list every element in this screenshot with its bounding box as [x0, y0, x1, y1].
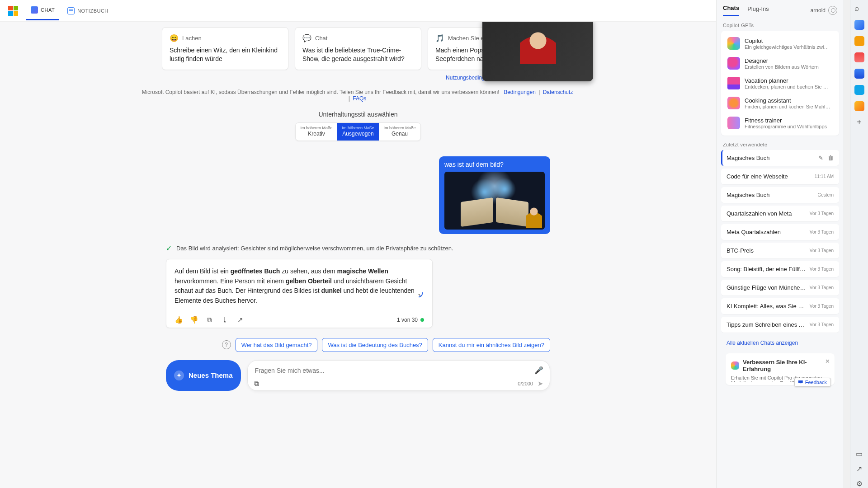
user-question: was ist auf dem bild? — [444, 161, 545, 168]
recent-list[interactable]: Magisches Buch ✎🗑 Code für eine Webseite… — [717, 150, 844, 488]
feedback-button[interactable]: Feedback — [794, 378, 831, 387]
chat-bubble-icon: 💬 — [302, 34, 311, 42]
gpt-item-fitness[interactable]: Fitness trainerFitnessprogramme und Wohl… — [723, 113, 837, 133]
right-panel: Chats Plug-Ins arnold Copilot-GPTs Copil… — [716, 0, 844, 488]
suggestion-label: Chat — [315, 35, 327, 42]
privacy-link[interactable]: Datenschutz — [543, 89, 573, 95]
recent-chat-item[interactable]: KI Komplett: Alles, was Sie über LLMs uV… — [721, 298, 839, 314]
download-icon[interactable]: ⭳ — [221, 316, 229, 324]
help-icon[interactable]: ? — [222, 340, 231, 349]
recent-chat-item[interactable]: Song: Bleistift, der eine Füllfeder sein… — [721, 261, 839, 277]
header: CHAT NOTIZBUCH — [0, 0, 716, 22]
copilot-icon — [727, 37, 740, 50]
sidebar-app-icon[interactable] — [854, 85, 864, 95]
scrollbar[interactable] — [844, 0, 850, 488]
style-balanced[interactable]: Im höheren MaßeAusgewogen — [337, 123, 379, 141]
suggestion-body: Schreibe einen Witz, den ein Kleinkind l… — [170, 46, 281, 63]
gpt-item-vacation[interactable]: Vacation plannerEntdecken, planen und bu… — [723, 73, 837, 93]
gpt-item-copilot[interactable]: CopilotEin gleichgewichtiges Verhältnis … — [723, 33, 837, 53]
thumbs-up-icon[interactable]: 👍 — [175, 316, 183, 324]
tab-chat[interactable]: CHAT — [26, 1, 59, 20]
trash-icon[interactable]: 🗑 — [828, 155, 834, 161]
style-creative[interactable]: Im höheren MaßeKreativ — [296, 123, 337, 141]
analysis-text: Das Bild wird analysiert: Gesichter sind… — [176, 245, 453, 252]
sidebar-app-icon[interactable] — [854, 52, 864, 62]
conditions-link[interactable]: Bedingungen — [504, 89, 536, 95]
followup-button[interactable]: Kannst du mir ein ähnliches Bild zeigen? — [433, 338, 550, 352]
tab-plugins[interactable]: Plug-Ins — [747, 5, 769, 16]
check-icon: ✓ — [166, 244, 172, 253]
chat-icon — [31, 6, 38, 14]
ai-response: Auf dem Bild ist ein geöffnetes Buch zu … — [166, 259, 433, 328]
new-topic-button[interactable]: ✦ Neues Thema — [166, 360, 241, 391]
gpts-heading: Copilot-GPTs — [717, 16, 844, 31]
char-counter: 0/2000 — [518, 381, 533, 386]
recent-chat-item[interactable]: Magisches BuchGestern — [721, 187, 839, 203]
microsoft-logo — [8, 6, 18, 16]
share-icon[interactable]: ↗ — [236, 316, 244, 324]
user-attached-image[interactable] — [444, 172, 545, 230]
style-title: Unterhaltungsstil auswählen — [318, 111, 397, 118]
suggestion-label: Lachen — [182, 35, 202, 42]
tab-notebook[interactable]: NOTIZBUCH — [63, 2, 113, 20]
sidebar-app-icon[interactable] — [854, 36, 864, 46]
add-icon[interactable]: + — [854, 117, 864, 127]
recent-chat-item[interactable]: Günstige Flüge von München nach FraVor 3… — [721, 280, 839, 296]
recent-chat-item[interactable]: Meta QuartalszahlenVor 3 Tagen — [721, 224, 839, 240]
followup-button[interactable]: Was ist die Bedeutung des Buches? — [322, 338, 428, 352]
disclaimer-text: Microsoft Copilot basiert auf KI, sodass… — [142, 89, 500, 95]
dumbbell-icon — [727, 117, 740, 129]
gpt-item-cooking[interactable]: Cooking assistantFinden, planen und koch… — [723, 93, 837, 113]
main-scroll[interactable]: 😄Lachen Schreibe einen Witz, den ein Kle… — [0, 22, 716, 488]
sidebar-app-icon[interactable] — [854, 69, 864, 79]
style-precise[interactable]: Im höheren MaßeGenau — [379, 123, 420, 141]
all-chats-link[interactable]: Alle aktuellen Chats anzeigen — [721, 335, 839, 351]
gpt-item-designer[interactable]: DesignerErstellen von Bildern aus Wörter… — [723, 53, 837, 73]
suggestion-card[interactable]: 💬Chat Was ist die beliebteste True-Crime… — [295, 27, 421, 70]
ai-response-text: Auf dem Bild ist ein geöffnetes Buch zu … — [175, 267, 424, 306]
faqs-link[interactable]: FAQs — [353, 95, 366, 102]
disclaimer: Microsoft Copilot basiert auf KI, sodass… — [141, 89, 575, 102]
tab-chats[interactable]: Chats — [723, 5, 739, 16]
external-icon[interactable]: ↗ — [854, 465, 864, 473]
promo-card: Verbessern Sie Ihre KI-Erfahrung ✕ Erhal… — [726, 353, 835, 385]
notebook-icon — [67, 7, 75, 14]
send-icon[interactable]: ➤ — [538, 380, 543, 388]
camera-icon[interactable]: ⧉ — [254, 380, 259, 388]
settings-icon[interactable]: ⚙ — [854, 479, 864, 488]
sidebar-app-icon[interactable] — [854, 20, 864, 30]
status-dot-icon — [420, 318, 424, 322]
recent-chat-item[interactable]: Quartalszahlen von MetaVor 3 Tagen — [721, 206, 839, 221]
suggestion-row: 😄Lachen Schreibe einen Witz, den ein Kle… — [141, 27, 575, 70]
followup-row: ? Wer hat das Bild gemacht? Was ist die … — [166, 338, 550, 352]
style-selector: Im höheren MaßeKreativ Im höheren MaßeAu… — [295, 122, 421, 141]
copy-icon[interactable]: ⧉ — [205, 316, 213, 324]
sidebar-app-icon[interactable] — [854, 101, 864, 111]
analysis-notice: ✓ Das Bild wird analysiert: Gesichter si… — [166, 244, 550, 253]
donut-icon — [727, 97, 740, 109]
composer: 🎤 ⧉ 0/2000 ➤ — [247, 360, 550, 391]
phone-icon[interactable]: ▭ — [854, 450, 864, 458]
suggestion-body: Was ist die beliebteste True-Crime-Show,… — [302, 46, 414, 63]
recent-chat-item[interactable]: BTC-PreisVor 3 Tagen — [721, 243, 839, 258]
laugh-icon: 😄 — [170, 34, 179, 42]
user-menu[interactable]: arnold — [811, 6, 837, 15]
avatar-icon — [828, 6, 837, 15]
loading-cursor-icon — [414, 288, 424, 298]
turn-counter: 1 von 30 — [397, 317, 424, 323]
recent-chat-item[interactable]: Code für eine Webseite11:11 AM — [721, 169, 839, 184]
recent-chat-item[interactable]: Tipps zum Schreiben eines Artikels übeVo… — [721, 317, 839, 333]
promo-title: Verbessern Sie Ihre KI-Erfahrung — [743, 359, 829, 372]
close-icon[interactable]: ✕ — [825, 358, 830, 365]
copilot-icon — [731, 361, 739, 370]
microphone-icon[interactable]: 🎤 — [534, 366, 543, 375]
recent-chat-item[interactable]: Magisches Buch ✎🗑 — [721, 150, 839, 166]
followup-button[interactable]: Wer hat das Bild gemacht? — [236, 338, 318, 352]
prompt-input[interactable] — [254, 365, 534, 376]
edit-icon[interactable]: ✎ — [818, 155, 823, 161]
thumbs-down-icon[interactable]: 👎 — [190, 316, 198, 324]
search-icon[interactable] — [854, 4, 864, 14]
music-icon: 🎵 — [435, 34, 444, 42]
suggestion-card[interactable]: 😄Lachen Schreibe einen Witz, den ein Kle… — [162, 27, 288, 70]
recent-heading: Zuletzt verwendete — [717, 136, 844, 150]
